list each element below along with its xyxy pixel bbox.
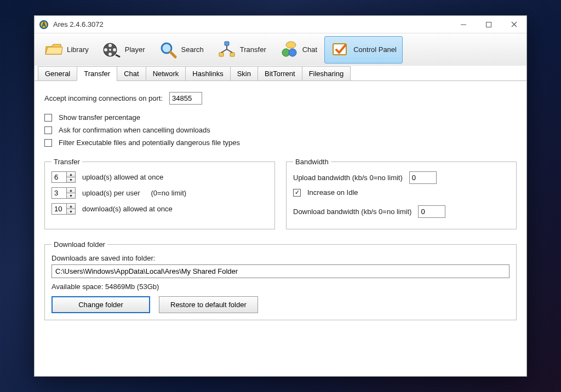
toolbar-transfer[interactable]: Transfer [211, 36, 272, 64]
downloads-at-once-label: download(s) allowed at once [82, 205, 173, 213]
tab-bittorrent[interactable]: BitTorrent [257, 66, 302, 81]
main-toolbar: Library Player Search Transfer Chat Cont… [35, 33, 526, 66]
ask-confirmation-checkbox[interactable] [44, 126, 52, 134]
toolbar-player[interactable]: Player [96, 36, 151, 64]
svg-point-8 [108, 53, 112, 56]
tab-transfer[interactable]: Transfer [77, 66, 117, 81]
toolbar-chat-label: Chat [302, 45, 317, 54]
minimize-button[interactable] [451, 16, 476, 33]
toolbar-search-label: Search [181, 45, 204, 54]
svg-point-17 [289, 49, 296, 56]
filter-executable-checkbox[interactable] [44, 139, 52, 147]
tab-hashlinks[interactable]: Hashlinks [185, 66, 230, 81]
transfer-legend: Transfer [51, 158, 82, 166]
uploads-per-user-spinner[interactable]: ▲▼ [51, 187, 76, 199]
download-folder-group: Download folder Downloads are saved into… [44, 240, 517, 320]
downloads-at-once-spinner[interactable]: ▲▼ [51, 203, 76, 215]
app-icon [39, 20, 49, 30]
svg-point-7 [113, 48, 116, 51]
show-transfer-pct-label: Show transfer percentage [59, 113, 140, 122]
svg-point-6 [108, 44, 112, 47]
download-bandwidth-input[interactable] [418, 205, 445, 218]
downloads-at-once-input[interactable] [51, 203, 67, 215]
tab-filesharing[interactable]: Filesharing [302, 66, 351, 81]
tab-chat[interactable]: Chat [117, 66, 146, 81]
svg-rect-2 [486, 22, 491, 27]
uploads-per-user-label: upload(s) per user [82, 189, 140, 197]
download-bandwidth-label: Download bandwidth (kb/s 0=no limit) [293, 207, 411, 216]
filter-executable-label: Filter Executable files and potentially … [59, 139, 240, 147]
network-icon [217, 40, 237, 60]
svg-point-18 [286, 42, 296, 48]
show-transfer-pct-checkbox[interactable] [44, 114, 52, 122]
toolbar-player-label: Player [125, 45, 145, 54]
toolbar-control-panel-label: Control Panel [353, 45, 397, 54]
toolbar-control-panel[interactable]: Control Panel [324, 36, 403, 64]
download-folder-label: Downloads are saved into folder: [51, 254, 510, 262]
settings-tabs: General Transfer Chat Network Hashlinks … [35, 66, 526, 81]
folder-icon [44, 40, 64, 60]
upload-bandwidth-input[interactable] [409, 171, 437, 184]
increase-on-idle-checkbox[interactable] [293, 189, 301, 197]
uploads-per-user-note: (0=no limit) [151, 189, 187, 197]
toolbar-library-label: Library [67, 45, 89, 54]
bandwidth-legend: Bandwidth [293, 158, 331, 166]
tab-general[interactable]: General [38, 66, 77, 81]
svg-line-12 [170, 52, 175, 57]
settings-panel: Accept incoming connections on port: Sho… [35, 81, 526, 376]
close-button[interactable] [501, 16, 526, 33]
window-controls [451, 16, 526, 33]
svg-rect-14 [219, 53, 224, 56]
increase-on-idle-label: Increase on Idle [307, 188, 358, 197]
svg-rect-15 [230, 53, 234, 56]
svg-point-9 [104, 48, 107, 51]
spinner-down-icon[interactable]: ▼ [67, 177, 75, 182]
restore-default-folder-button[interactable]: Restore to default folder [159, 296, 258, 313]
spinner-up-icon[interactable]: ▲ [67, 204, 75, 209]
bandwidth-group: Bandwidth Upload bandwidth (kb/s 0=no li… [286, 158, 517, 229]
uploads-at-once-input[interactable] [51, 171, 67, 183]
change-folder-button[interactable]: Change folder [51, 296, 150, 313]
available-space-label: Available space: 54869Mb (53Gb) [51, 283, 510, 291]
uploads-at-once-label: upload(s) allowed at once [82, 173, 163, 181]
toolbar-library[interactable]: Library [38, 36, 95, 64]
toolbar-search[interactable]: Search [152, 36, 210, 64]
chat-icon [279, 40, 299, 60]
titlebar: Ares 2.4.6.3072 [35, 16, 526, 33]
film-reel-icon [102, 40, 122, 60]
port-input[interactable] [169, 92, 202, 105]
spinner-down-icon[interactable]: ▼ [67, 193, 75, 198]
maximize-button[interactable] [476, 16, 501, 33]
app-window: Ares 2.4.6.3072 Library Player Search Tr… [34, 15, 527, 377]
port-label: Accept incoming connections on port: [44, 94, 163, 102]
uploads-per-user-input[interactable] [51, 187, 67, 199]
window-title: Ares 2.4.6.3072 [53, 20, 451, 28]
spinner-down-icon[interactable]: ▼ [67, 209, 75, 214]
ask-confirmation-label: Ask for confirmation when cancelling dow… [59, 126, 210, 134]
transfer-group: Transfer ▲▼ upload(s) allowed at once ▲▼… [44, 158, 275, 229]
tab-network[interactable]: Network [146, 66, 186, 81]
toolbar-chat[interactable]: Chat [273, 36, 323, 64]
download-folder-input[interactable] [51, 264, 510, 278]
toolbar-transfer-label: Transfer [240, 45, 266, 54]
uploads-at-once-spinner[interactable]: ▲▼ [51, 171, 76, 183]
svg-point-10 [109, 49, 111, 51]
spinner-up-icon[interactable]: ▲ [67, 188, 75, 193]
spinner-up-icon[interactable]: ▲ [67, 172, 75, 177]
upload-bandwidth-label: Upload bandwidth (kb/s 0=no limit) [293, 174, 403, 182]
download-folder-legend: Download folder [51, 240, 107, 249]
control-panel-icon [330, 40, 350, 60]
svg-rect-13 [225, 42, 229, 45]
tab-skin[interactable]: Skin [230, 66, 258, 81]
search-icon [158, 40, 178, 60]
